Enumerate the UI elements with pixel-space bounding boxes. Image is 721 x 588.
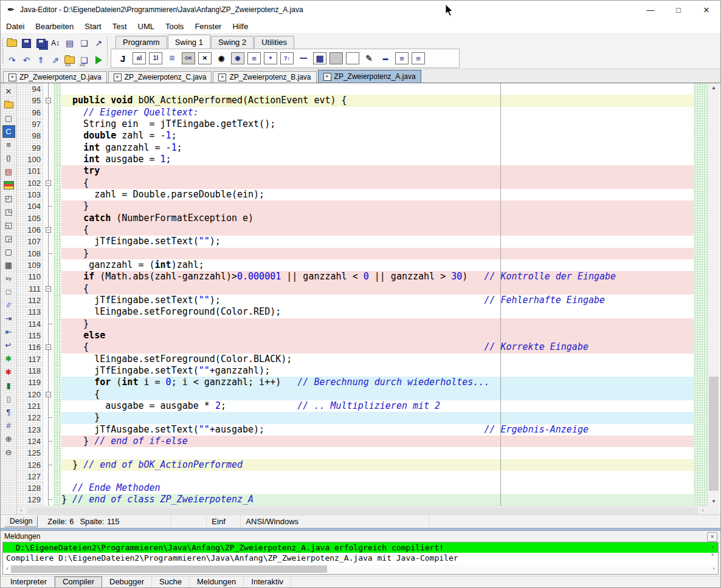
file-tab-zp_zweierpotenz_b.java[interactable]: ✕ZP_Zweierpotenz_B.java bbox=[213, 71, 316, 83]
wrap-lines-icon[interactable]: ↵ bbox=[2, 339, 15, 352]
code-line-115[interactable]: 115 else bbox=[17, 330, 707, 341]
code-line-113[interactable]: 113 lEingabe.setForeground(Color.RED); bbox=[17, 306, 707, 318]
code-line-117[interactable]: 117 lEingabe.setForeground(Color.BLACK); bbox=[17, 354, 707, 365]
code-text[interactable]: { bbox=[61, 177, 694, 189]
horizontal-scrollbar[interactable]: ‹ › bbox=[17, 506, 707, 514]
jcheckbox-icon[interactable]: ✕ bbox=[198, 52, 212, 64]
scroll-down-icon[interactable]: ▼ bbox=[708, 497, 720, 506]
fold-collapse-icon[interactable]: − bbox=[46, 98, 51, 103]
insert-template-icon[interactable]: ⇗ bbox=[49, 53, 62, 67]
minimize-button[interactable]: — bbox=[636, 1, 664, 19]
applet-template-icon[interactable]: ◱ bbox=[2, 219, 15, 231]
code-line-128[interactable]: 128 // Ende Methoden bbox=[17, 482, 707, 494]
structogram-icon[interactable]: ▤ bbox=[63, 36, 77, 50]
zoom-out-icon[interactable]: ⊖ bbox=[2, 446, 15, 459]
palette-tab-swing-1[interactable]: Swing 1 bbox=[168, 35, 210, 49]
menu-item-start[interactable]: Start bbox=[79, 22, 106, 31]
menu-item-tools[interactable]: Tools bbox=[160, 22, 189, 31]
menu-item-hilfe[interactable]: Hilfe bbox=[227, 22, 254, 31]
code-text[interactable]: try bbox=[61, 165, 694, 177]
code-line-125[interactable]: 125 bbox=[17, 447, 707, 459]
code-line-101[interactable]: 101 try bbox=[17, 165, 707, 177]
line-number[interactable]: 97 bbox=[17, 118, 44, 130]
save-all-icon[interactable] bbox=[34, 36, 47, 50]
jframe-template-icon[interactable]: ◲ bbox=[2, 232, 15, 245]
close-panel-icon[interactable]: ✕ bbox=[707, 532, 717, 542]
jtextarea-icon[interactable]: ≡ bbox=[165, 52, 179, 64]
line-number[interactable]: 104 bbox=[17, 200, 44, 212]
file-tab-zp_zweierpotenz_d.java[interactable]: ✕ZP_Zweierpotenz_D.java bbox=[3, 71, 107, 83]
code-line-102[interactable]: 102− { bbox=[17, 177, 707, 189]
code-text[interactable]: jTfAusgabe.setText(""+ausgabe); // Ergeb… bbox=[61, 424, 694, 436]
jscrollpane-icon[interactable] bbox=[346, 52, 359, 64]
file-tab-zp_zweierpotenz_c.java[interactable]: ✕ZP_Zweierpotenz_C.java bbox=[108, 71, 212, 83]
code-area[interactable]: 9495− public void bOK_ActionPerformed(Ac… bbox=[17, 83, 707, 506]
jdialog-template-icon[interactable]: ▢ bbox=[2, 245, 15, 258]
japplet-template-icon[interactable]: ▦ bbox=[2, 259, 15, 272]
code-line-114[interactable]: 114 } bbox=[17, 318, 707, 330]
code-line-96[interactable]: 96 // Eigener Quelltext: bbox=[17, 107, 707, 118]
line-number[interactable]: 108 bbox=[17, 248, 44, 259]
messages-mini-scrollbar[interactable]: ∧∨ bbox=[708, 544, 717, 558]
selection-icon[interactable]: ▢ bbox=[2, 112, 15, 125]
bottom-tab-interaktiv[interactable]: Interaktiv bbox=[244, 576, 291, 587]
jtextpane-icon[interactable]: ≡ bbox=[395, 52, 409, 64]
code-text[interactable]: { bbox=[61, 283, 694, 295]
code-line-110[interactable]: 110 if (Math.abs(zahl-ganzzahl)>0.000001… bbox=[17, 271, 707, 282]
code-text[interactable]: int ganzzahl = -1; bbox=[61, 142, 694, 154]
code-text[interactable] bbox=[61, 471, 694, 482]
code-text[interactable]: int ausgabe = 1; bbox=[61, 154, 694, 165]
palette-tab-swing-2[interactable]: Swing 2 bbox=[211, 36, 254, 49]
code-text[interactable]: } // end of bOK_ActionPerformed bbox=[61, 459, 694, 471]
line-number[interactable]: 103 bbox=[17, 189, 44, 200]
redo-icon[interactable]: ↷ bbox=[5, 53, 19, 67]
code-text[interactable]: { // Korrekte Eingabe bbox=[61, 341, 694, 353]
jlabel-icon[interactable]: J bbox=[116, 52, 129, 64]
code-text[interactable]: public void bOK_ActionPerformed(ActionEv… bbox=[61, 95, 694, 106]
code-line-97[interactable]: 97 String ein = jTfEingabe.getText(); bbox=[17, 118, 707, 130]
frame-template-icon[interactable]: ◰ bbox=[2, 192, 15, 205]
line-number[interactable]: 129 bbox=[17, 494, 44, 505]
code-line-119[interactable]: 119 for (int i = 0; i < ganzzahl; i++) /… bbox=[17, 377, 707, 388]
code-text[interactable]: // Ende Methoden bbox=[61, 482, 694, 494]
block-template-icon[interactable]: □ bbox=[2, 285, 15, 298]
close-tab-icon[interactable]: ✕ bbox=[9, 74, 16, 81]
code-text[interactable]: catch (NumberFormatException e) bbox=[61, 213, 694, 224]
line-number[interactable]: 118 bbox=[17, 365, 44, 377]
remove-breakpoints-icon[interactable]: ✱ bbox=[2, 366, 15, 378]
code-text[interactable]: } // end of if-else bbox=[61, 436, 694, 447]
messages-scroll-left-icon[interactable]: ‹ bbox=[4, 565, 11, 573]
console-template-icon[interactable]: C bbox=[2, 125, 15, 138]
code-line-107[interactable]: 107 jTfEingabe.setText(""); bbox=[17, 236, 707, 247]
font-size-icon[interactable]: A↕ bbox=[49, 36, 62, 50]
line-number[interactable]: 113 bbox=[17, 306, 44, 318]
jtable-icon[interactable]: ▦ bbox=[313, 52, 326, 64]
jbutton-icon[interactable]: OK bbox=[182, 52, 195, 64]
close-button[interactable]: ✕ bbox=[692, 1, 720, 19]
close-tab-icon[interactable]: ✕ bbox=[323, 73, 331, 81]
code-line-121[interactable]: 121 ausgabe = ausgabe * 2; // .. Multipl… bbox=[17, 400, 707, 412]
line-number[interactable]: 110 bbox=[17, 271, 44, 282]
line-number[interactable]: 101 bbox=[17, 165, 44, 177]
code-text[interactable]: lEingabe.setForeground(Color.BLACK); bbox=[61, 354, 694, 365]
hash-icon[interactable]: # bbox=[2, 419, 15, 432]
zoom-in-icon[interactable]: ⊕ bbox=[2, 432, 15, 445]
compile-all-icon[interactable]: ❏101 bbox=[78, 53, 91, 67]
gui-flag-icon[interactable] bbox=[2, 179, 15, 191]
code-text[interactable] bbox=[61, 83, 694, 95]
browser-window-icon[interactable]: ❏ bbox=[78, 36, 91, 50]
horizontal-scroll-thumb[interactable] bbox=[27, 508, 698, 514]
code-text[interactable]: } // end of class ZP_Zweierpotenz_A bbox=[61, 494, 694, 505]
code-text[interactable]: // Eigener Quelltext: bbox=[61, 107, 694, 118]
fold-collapse-icon[interactable]: − bbox=[46, 344, 51, 350]
code-line-109[interactable]: 109 ganzzahl = (int)zahl; bbox=[17, 259, 707, 271]
line-number[interactable]: 98 bbox=[17, 130, 44, 142]
line-number[interactable]: 95 bbox=[17, 95, 44, 106]
code-text[interactable]: else bbox=[61, 330, 694, 341]
bottom-tab-interpreter[interactable]: Interpreter bbox=[3, 576, 55, 587]
line-number[interactable]: 105 bbox=[17, 213, 44, 224]
run-icon[interactable] bbox=[92, 53, 105, 67]
code-line-98[interactable]: 98 double zahl = -1; bbox=[17, 130, 707, 142]
pilcrow-icon[interactable]: ¶ bbox=[2, 406, 15, 419]
code-line-100[interactable]: 100 int ausgabe = 1; bbox=[17, 154, 707, 165]
